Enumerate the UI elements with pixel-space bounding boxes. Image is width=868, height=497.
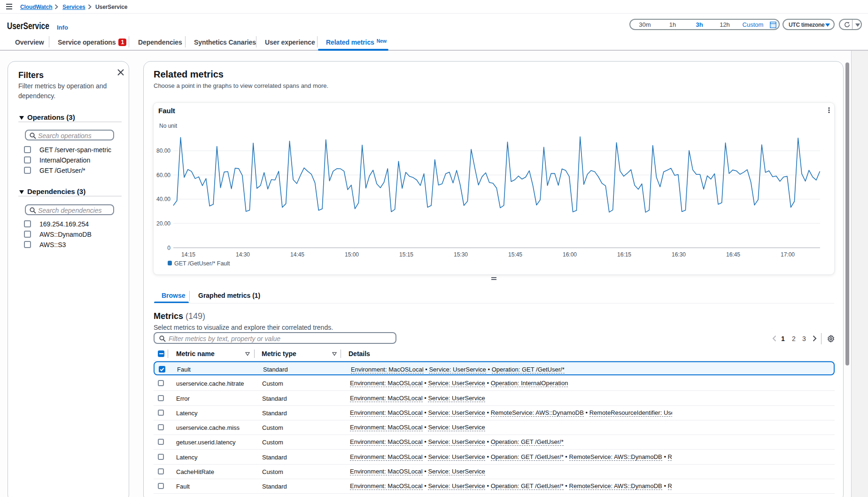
svg-text:14:30: 14:30: [236, 251, 250, 258]
svg-text:16:45: 16:45: [726, 251, 740, 258]
svg-text:15:30: 15:30: [454, 251, 468, 258]
svg-text:15:00: 15:00: [345, 251, 359, 258]
svg-text:60.00: 60.00: [156, 172, 170, 179]
svg-text:GET /GetUser/* Fault: GET /GetUser/* Fault: [174, 260, 230, 267]
svg-text:20.00: 20.00: [156, 220, 170, 227]
svg-text:15:45: 15:45: [508, 251, 522, 258]
svg-text:No unit: No unit: [159, 123, 178, 129]
svg-text:16:00: 16:00: [563, 251, 577, 258]
svg-text:16:30: 16:30: [672, 251, 686, 258]
svg-text:15:15: 15:15: [399, 251, 413, 258]
svg-text:17:00: 17:00: [781, 251, 795, 258]
svg-text:40.00: 40.00: [156, 196, 170, 202]
svg-text:14:15: 14:15: [181, 251, 195, 258]
svg-text:14:45: 14:45: [290, 251, 304, 258]
svg-text:80.00: 80.00: [156, 148, 170, 154]
svg-text:0: 0: [167, 245, 170, 251]
svg-text:16:15: 16:15: [617, 251, 631, 258]
